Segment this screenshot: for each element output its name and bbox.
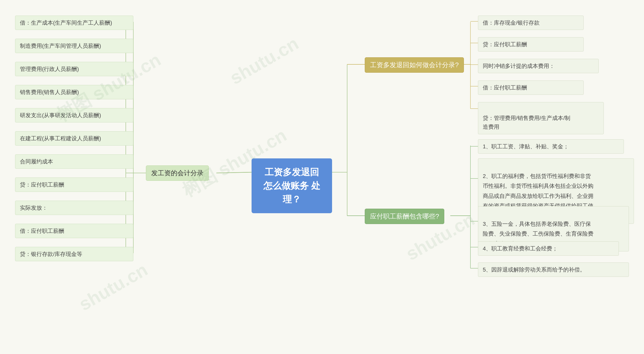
left-leaf-7: 合同履约成本: [15, 154, 133, 169]
left-leaf-8: 贷：应付职工薪酬: [15, 178, 133, 192]
right-bottom-branch-label: 应付职工薪酬包含哪些?: [370, 212, 439, 220]
center-node[interactable]: 工资多发退回怎么做账务 处理？: [252, 158, 332, 213]
right-top-leaf-2: 贷：应付职工薪酬: [478, 37, 584, 52]
svg-line-0: [216, 172, 252, 173]
right-top-branch-label: 工资多发退回如何做会计分录?: [370, 61, 459, 69]
watermark-2: shutu.cn: [226, 33, 302, 88]
mindmap-canvas: 树图 shutu.cn shutu.cn 树图 shutu.cn shutu.c…: [0, 0, 644, 354]
right-top-leaf-5-text: 贷：管理费用/销售费用/生产成本/制造费用: [483, 115, 570, 130]
left-leaf-4: 销售费用(销售人员薪酬): [15, 85, 133, 99]
right-top-leaf-1: 借：库存现金/银行存款: [478, 16, 584, 30]
left-leaf-3: 管理费用(行政人员薪酬): [15, 62, 133, 76]
left-leaf-5: 研发支出(从事研发活动人员薪酬): [15, 108, 133, 122]
watermark-5: shutu.cn: [75, 259, 151, 315]
left-leaf-1: 借：生产成本(生产车间生产工人薪酬): [15, 16, 133, 30]
right-top-leaf-3: 同时冲销多计提的成本费用：: [478, 59, 599, 73]
left-leaf-9: 实际发放：: [15, 201, 133, 215]
right-bottom-branch-node[interactable]: 应付职工薪酬包含哪些?: [365, 209, 444, 224]
left-leaf-11: 贷：银行存款/库存现金等: [15, 247, 133, 261]
right-top-leaf-5: 贷：管理费用/销售费用/生产成本/制造费用: [478, 102, 604, 134]
right-bottom-leaf-5: 5、因辞退或解除劳动关系而给予的补偿。: [478, 262, 629, 277]
left-leaf-2: 制造费用(生产车间管理人员薪酬): [15, 39, 133, 53]
center-label: 工资多发退回怎么做账务 处理？: [263, 167, 320, 204]
right-top-branch-node[interactable]: 工资多发退回如何做会计分录?: [365, 57, 464, 73]
left-leaf-10: 借：应付职工薪酬: [15, 224, 133, 238]
right-top-leaf-4: 借：应付职工薪酬: [478, 80, 584, 95]
svg-line-9: [216, 172, 252, 173]
left-branch-label: 发工资的会计分录: [151, 169, 204, 177]
right-bottom-leaf-1: 1、职工工资、津贴、补贴、奖金；: [478, 139, 624, 154]
left-leaf-6: 在建工程(从事工程建设人员薪酬): [15, 131, 133, 146]
right-bottom-leaf-4: 4、职工教育经费和工会经费；: [478, 241, 619, 256]
left-branch-node[interactable]: 发工资的会计分录: [146, 165, 209, 181]
